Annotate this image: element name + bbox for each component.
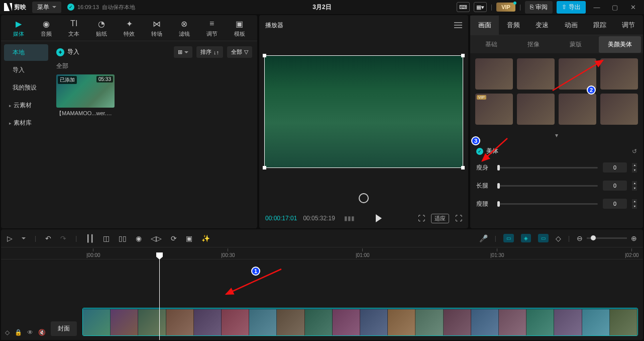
import-button[interactable]: + 导入 bbox=[56, 48, 79, 56]
playhead[interactable] bbox=[159, 260, 160, 340]
maximize-button[interactable]: ▢ bbox=[608, 4, 622, 11]
rotate-tool[interactable]: ⟳ bbox=[171, 234, 177, 242]
undo-button[interactable]: ↶ bbox=[45, 234, 51, 242]
select-tool[interactable]: ▷ bbox=[7, 234, 13, 242]
topnav-媒体[interactable]: ▶媒体 bbox=[5, 18, 33, 38]
slider-track[interactable] bbox=[497, 203, 598, 205]
export-button[interactable]: ⇧ 导出 bbox=[557, 1, 586, 14]
sub-tab-蒙版[interactable]: 蒙版 bbox=[555, 36, 597, 53]
review-button[interactable]: ⎘ 审阅 bbox=[525, 1, 553, 14]
cover-button[interactable]: 封面 bbox=[51, 321, 77, 336]
split-tool[interactable]: ┃┃ bbox=[86, 234, 94, 242]
visibility-icon[interactable]: 👁 bbox=[27, 329, 33, 336]
prop-tab-画面[interactable]: 画面 bbox=[470, 16, 499, 35]
media-area: + 导入 ⊞ 排序 ↓↑ 全部 ▽ 全部 已添加 05:33 【MAMA bbox=[51, 41, 257, 228]
sub-tab-抠像[interactable]: 抠像 bbox=[512, 36, 555, 53]
layout-icon[interactable]: ▦▾ bbox=[474, 2, 487, 12]
vip-badge[interactable]: VIP bbox=[496, 3, 515, 12]
slider-value[interactable]: 0 bbox=[603, 162, 627, 173]
timeline-body[interactable]: ◇ 🔒 👁 🔇 封面 【MAMAMOO】MV- Wind Flower.mp4 … bbox=[1, 260, 643, 340]
redo-button[interactable]: ↷ bbox=[60, 234, 66, 242]
topnav-音频[interactable]: ◉音频 bbox=[33, 18, 60, 38]
sidebar-item-导入[interactable]: 导入 bbox=[4, 62, 48, 78]
preset-thumb[interactable] bbox=[600, 94, 638, 125]
sidebar-item-云素材[interactable]: ▸云素材 bbox=[4, 97, 48, 114]
zoom-in-icon[interactable]: ⊕ bbox=[631, 234, 637, 242]
magnetic-icon[interactable]: ▭ bbox=[503, 234, 514, 242]
close-button[interactable]: ✕ bbox=[626, 4, 640, 11]
fit-button[interactable]: 适应 bbox=[431, 214, 449, 223]
prop-tab-动画[interactable]: 动画 bbox=[557, 16, 585, 35]
trim-left-tool[interactable]: ◫ bbox=[103, 234, 110, 242]
slider-value[interactable]: 0 bbox=[603, 181, 627, 191]
crop-icon[interactable]: ⛶ bbox=[418, 214, 425, 222]
mute-icon[interactable]: 🔇 bbox=[38, 329, 46, 336]
sidebar-item-本地[interactable]: 本地 bbox=[4, 44, 48, 61]
topnav-文本[interactable]: TI文本 bbox=[60, 18, 88, 38]
fullscreen-icon[interactable]: ⛶ bbox=[455, 214, 462, 222]
speed-tool[interactable]: ◉ bbox=[136, 234, 142, 242]
preset-thumb[interactable] bbox=[559, 94, 596, 125]
topnav-模板[interactable]: ▣模板 bbox=[226, 18, 253, 38]
svg-line-2 bbox=[553, 60, 603, 91]
autosave-status: ✓ 16:09:13 自动保存本地 bbox=[67, 4, 135, 11]
project-title: 3月2日 bbox=[312, 3, 331, 12]
player-controls: 00:00:17:01 00:05:32:19 ▮▮▮ ⛶ 适应 ⛶ bbox=[259, 208, 468, 228]
preset-thumb[interactable]: VIP bbox=[475, 94, 513, 125]
slider-track[interactable] bbox=[497, 167, 598, 168]
topnav-特效[interactable]: ✦特效 bbox=[116, 18, 143, 38]
zoom-out-icon[interactable]: ⊖ bbox=[577, 234, 583, 242]
menu-button[interactable]: 菜单 bbox=[32, 2, 61, 13]
view-mode-button[interactable]: ⊞ bbox=[174, 46, 192, 58]
thumb-added-tag: 已添加 bbox=[58, 76, 77, 84]
topnav-滤镜[interactable]: ⊗滤镜 bbox=[170, 18, 198, 38]
sort-button[interactable]: 排序 ↓↑ bbox=[196, 46, 223, 58]
shortcut-icon[interactable]: ⌨ bbox=[457, 2, 470, 12]
category-label: 全部 bbox=[56, 62, 252, 70]
player-title: 播放器 bbox=[265, 21, 283, 30]
mirror-tool[interactable]: ◁▷ bbox=[151, 234, 162, 242]
media-thumb[interactable]: 已添加 05:33 【MAMAMOO...wer.mp4 bbox=[56, 74, 115, 117]
sidebar-item-素材库[interactable]: ▸素材库 bbox=[4, 115, 48, 131]
snap-icon[interactable]: ▭ bbox=[538, 234, 549, 242]
titlebar: 剪映 菜单 ✓ 16:09:13 自动保存本地 3月2日 ⌨ ▦▾ | VIP … bbox=[0, 0, 644, 14]
prop-tab-调节[interactable]: 调节 bbox=[614, 16, 643, 35]
preset-thumb[interactable] bbox=[517, 94, 555, 125]
sub-tab-基础[interactable]: 基础 bbox=[470, 36, 512, 53]
current-time: 00:00:17:01 bbox=[265, 215, 297, 222]
marker-icon[interactable]: ◇ bbox=[556, 234, 561, 242]
preset-thumb[interactable] bbox=[475, 58, 513, 90]
main-track-icon[interactable]: ◇ bbox=[5, 329, 10, 336]
prop-tab-变速[interactable]: 变速 bbox=[528, 16, 557, 35]
minimize-button[interactable]: — bbox=[590, 4, 604, 11]
play-button[interactable] bbox=[376, 214, 382, 222]
filter-button[interactable]: 全部 ▽ bbox=[227, 46, 252, 58]
video-clip[interactable]: 【MAMAMOO】MV- Wind Flower.mp4 00:05:32:19 bbox=[82, 308, 638, 336]
zoom-control: ⊖ ⊕ bbox=[577, 234, 637, 242]
sub-tab-美颜美体[interactable]: 美颜美体 bbox=[599, 36, 641, 53]
prop-tab-音频[interactable]: 音频 bbox=[499, 16, 527, 35]
lock-icon[interactable]: 🔒 bbox=[15, 329, 22, 336]
crop-tool[interactable]: ▣ bbox=[186, 234, 192, 242]
player-menu-icon[interactable] bbox=[454, 22, 462, 28]
sidebar-item-我的预设[interactable]: 我的预设 bbox=[4, 79, 48, 96]
slider-value[interactable]: 0 bbox=[603, 199, 627, 209]
mic-icon[interactable]: 🎤 bbox=[479, 234, 488, 242]
timeline-ruler[interactable]: |00:00|00:30|01:00|01:30|02:00 bbox=[1, 247, 643, 260]
reset-icon[interactable]: ↺ bbox=[632, 148, 637, 155]
slider-track[interactable] bbox=[497, 185, 598, 187]
refresh-icon[interactable] bbox=[359, 193, 369, 203]
main-row: ▶媒体◉音频TI文本◔贴纸✦特效⋈转场⊗滤镜≡调节▣模板 本地 导入 我的预设▸… bbox=[0, 14, 644, 229]
prop-tab-跟踪[interactable]: 跟踪 bbox=[585, 16, 614, 35]
preview-frame[interactable] bbox=[264, 55, 463, 168]
topnav-贴纸[interactable]: ◔贴纸 bbox=[88, 18, 116, 38]
zoom-slider[interactable] bbox=[587, 237, 627, 239]
ai-tool[interactable]: ✨ bbox=[201, 234, 210, 242]
check-icon: ✓ bbox=[67, 4, 74, 11]
svg-line-3 bbox=[482, 138, 507, 161]
topnav-调节[interactable]: ≡调节 bbox=[198, 18, 226, 38]
trim-right-tool[interactable]: ▯▯ bbox=[119, 234, 127, 242]
link-icon[interactable]: ◈ bbox=[521, 234, 531, 242]
preview-area[interactable] bbox=[259, 35, 468, 188]
topnav-转场[interactable]: ⋈转场 bbox=[143, 18, 170, 38]
